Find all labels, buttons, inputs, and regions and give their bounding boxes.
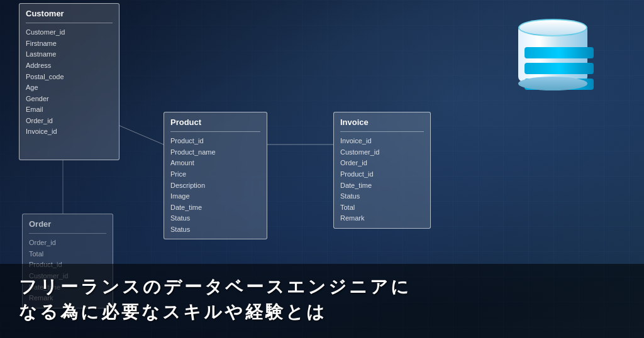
product-field-2: Product_name (170, 147, 260, 158)
invoice-field-5: Date_time (340, 180, 424, 192)
main-content: Customer Customer_id Firstname Lastname … (0, 0, 644, 338)
invoice-field-8: Remark (340, 213, 424, 224)
customer-table-header: Customer (26, 8, 113, 23)
db-top (518, 19, 587, 36)
product-field-3: Amount (170, 158, 260, 169)
invoice-field-4: Product_id (340, 169, 424, 180)
customer-field-8: Email (26, 104, 113, 116)
product-field-5: Description (170, 180, 260, 192)
database-icon (512, 13, 594, 94)
invoice-field-6: Status (340, 191, 424, 202)
product-table-header: Product (170, 116, 260, 132)
order-field-1: Order_id (29, 237, 106, 249)
product-field-6: Image (170, 191, 260, 202)
product-table: Product Product_id Product_name Amount P… (164, 112, 267, 239)
product-field-8: Status (170, 213, 260, 224)
invoice-field-7: Total (340, 202, 424, 214)
caption-line-2: なる為に必要なスキルや経験とは (19, 300, 625, 324)
customer-field-9: Order_id (26, 116, 113, 127)
product-field-9: Status (170, 224, 260, 236)
caption-line-1: フリーランスのデータベースエンジニアに (19, 275, 625, 299)
customer-field-2: Firstname (26, 38, 113, 50)
invoice-field-2: Customer_id (340, 147, 424, 158)
bottom-caption: フリーランスのデータベースエンジニアに なる為に必要なスキルや経験とは (0, 264, 644, 338)
customer-field-3: Lastname (26, 49, 113, 60)
product-field-4: Price (170, 169, 260, 180)
invoice-table: Invoice Invoice_id Customer_id Order_id … (333, 112, 431, 229)
customer-table: Customer Customer_id Firstname Lastname … (19, 3, 119, 160)
customer-field-10: Invoice_id (26, 126, 113, 138)
customer-field-4: Address (26, 60, 113, 72)
order-field-2: Total (29, 249, 106, 260)
db-stripe-1 (525, 47, 594, 58)
db-bottom (518, 77, 587, 90)
customer-field-7: Gender (26, 94, 113, 105)
customer-field-1: Customer_id (26, 27, 113, 38)
invoice-field-1: Invoice_id (340, 136, 424, 147)
product-field-7: Date_time (170, 202, 260, 214)
invoice-field-3: Order_id (340, 158, 424, 169)
invoice-table-header: Invoice (340, 116, 424, 132)
order-table-header: Order (29, 218, 106, 234)
product-field-1: Product_id (170, 136, 260, 147)
customer-field-6: Age (26, 82, 113, 94)
svg-line-0 (119, 126, 164, 144)
db-stripe-2 (525, 63, 594, 74)
customer-field-5: Postal_code (26, 72, 113, 83)
